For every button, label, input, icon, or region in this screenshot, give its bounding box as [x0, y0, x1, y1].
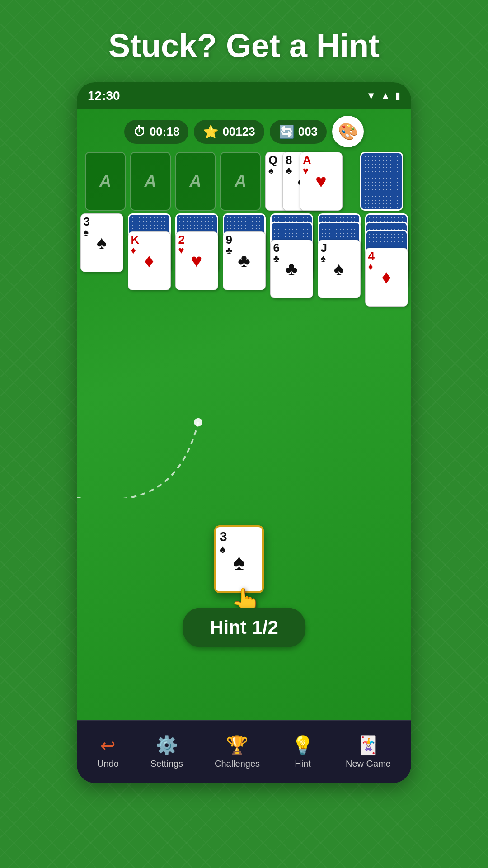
- foundation-card-a: A ♥ ♥: [300, 152, 343, 211]
- hint-card-rank: 3: [220, 530, 258, 543]
- moves-value: 003: [298, 125, 318, 139]
- tableau-col-2: K ♦ ♦: [128, 213, 171, 307]
- nav-undo[interactable]: ↩ Undo: [97, 735, 119, 769]
- rank-9c: 9: [226, 234, 263, 245]
- tableau-col-3: 2 ♥ ♥: [175, 213, 218, 307]
- tableau-col-1: 3 ♠ ♠: [80, 213, 123, 307]
- moves-icon: 🔄: [279, 124, 295, 139]
- hint-arrow: [77, 372, 235, 498]
- rank-3s: 3: [84, 216, 120, 227]
- tableau-col-5: 6 ♣ ♣: [270, 213, 313, 307]
- challenges-label: Challenges: [215, 759, 260, 769]
- tableau: 3 ♠ ♠ K ♦ ♦: [85, 213, 403, 307]
- center-9c: ♣: [238, 250, 250, 272]
- tableau-card-3s[interactable]: 3 ♠ ♠: [80, 213, 123, 272]
- battery-icon: ▮: [395, 90, 400, 102]
- hint-nav-label: Hint: [295, 759, 311, 769]
- rank-2h: 2: [178, 234, 215, 245]
- foundation-label-2: A: [145, 172, 156, 191]
- signal-icon: ▲: [380, 90, 390, 102]
- tableau-card-kd[interactable]: K ♦ ♦: [128, 231, 171, 290]
- foundation-slot-2[interactable]: A: [130, 152, 171, 211]
- timer-pill: ⏱ 00:18: [124, 120, 189, 144]
- center-3s: ♠: [97, 232, 107, 254]
- hint-card-center-suit: ♠: [233, 549, 245, 575]
- moves-pill: 🔄 003: [270, 120, 327, 144]
- wifi-icon: ▼: [366, 90, 376, 102]
- nav-challenges[interactable]: 🏆 Challenges: [215, 735, 260, 769]
- center-js: ♠: [334, 258, 344, 280]
- tableau-col-6: J ♠ ♠: [318, 213, 361, 307]
- center-2h: ♥: [191, 250, 202, 272]
- center-4d: ♦: [381, 266, 391, 288]
- foundation-label-4: A: [235, 172, 246, 191]
- score-value: 00123: [222, 125, 255, 139]
- tableau-card-2h[interactable]: 2 ♥ ♥: [175, 231, 218, 290]
- hint-card-floating[interactable]: 3 ♠ ♠: [214, 525, 264, 593]
- tableau-card-4d[interactable]: 4 ♦ ♦: [365, 248, 408, 307]
- rank-4d: 4: [368, 250, 405, 262]
- ace-center: ♥: [315, 170, 327, 192]
- palette-button[interactable]: 🎨: [332, 116, 364, 147]
- undo-label: Undo: [97, 759, 119, 769]
- phone-frame: 12:30 ▼ ▲ ▮ ⏱ 00:18 ⭐ 00123 🔄: [77, 82, 411, 783]
- ace-rank: A: [303, 154, 339, 166]
- rank-6c: 6: [273, 242, 310, 254]
- center-6c: ♣: [285, 258, 298, 280]
- score-pill: ⭐ 00123: [194, 120, 264, 144]
- page-title: Stuck? Get a Hint: [0, 27, 488, 64]
- new-game-icon: 🃏: [357, 735, 380, 756]
- foundation-slot-4[interactable]: A: [220, 152, 261, 211]
- tableau-card-9c[interactable]: 9 ♣ ♣: [223, 231, 266, 290]
- hint-icon: 💡: [291, 735, 314, 756]
- phone-content: ⏱ 00:18 ⭐ 00123 🔄 003 🎨 A: [77, 109, 411, 783]
- hint-label[interactable]: Hint 1/2: [183, 608, 305, 647]
- nav-settings[interactable]: ⚙️ Settings: [150, 735, 183, 769]
- center-kd: ♦: [144, 250, 154, 272]
- foundation-label-3: A: [189, 172, 201, 191]
- rank-js: J: [321, 242, 357, 254]
- bottom-nav: ↩ Undo ⚙️ Settings 🏆 Challenges 💡 Hint 🃏…: [77, 720, 411, 783]
- nav-hint[interactable]: 💡 Hint: [291, 735, 314, 769]
- challenges-icon: 🏆: [226, 735, 249, 756]
- undo-icon: ↩: [100, 735, 116, 756]
- settings-label: Settings: [150, 759, 183, 769]
- top-area: A A A A Q ♠ ♠: [85, 152, 403, 211]
- tableau-col-4: 9 ♣ ♣: [223, 213, 266, 307]
- deck-pile[interactable]: [360, 152, 403, 211]
- tableau-card-6c[interactable]: 6 ♣ ♣: [270, 240, 313, 298]
- foundation-label-1: A: [99, 172, 111, 191]
- status-time: 12:30: [88, 89, 120, 103]
- star-icon: ⭐: [203, 124, 219, 139]
- game-area: ⏱ 00:18 ⭐ 00123 🔄 003 🎨 A: [77, 109, 411, 720]
- new-game-label: New Game: [346, 759, 391, 769]
- hint-card-container: 3 ♠ ♠ 👆: [214, 525, 264, 616]
- settings-icon: ⚙️: [155, 735, 178, 756]
- rank-kd: K: [131, 234, 168, 245]
- foundation-stack[interactable]: Q ♠ ♠ 8 ♣ ♣ A ♥ ♥: [265, 152, 356, 211]
- nav-new-game[interactable]: 🃏 New Game: [346, 735, 391, 769]
- status-icons: ▼ ▲ ▮: [366, 90, 400, 102]
- timer-icon: ⏱: [133, 124, 146, 139]
- status-bar: 12:30 ▼ ▲ ▮: [77, 82, 411, 109]
- tableau-card-js[interactable]: J ♠ ♠: [318, 240, 361, 298]
- timer-value: 00:18: [150, 125, 180, 139]
- score-bar: ⏱ 00:18 ⭐ 00123 🔄 003 🎨: [85, 116, 403, 147]
- foundation-slot-3[interactable]: A: [175, 152, 216, 211]
- foundation-slot-1[interactable]: A: [85, 152, 126, 211]
- tableau-col-7: 4 ♦ ♦: [365, 213, 408, 307]
- palette-icon: 🎨: [338, 122, 358, 141]
- svg-point-0: [194, 418, 202, 427]
